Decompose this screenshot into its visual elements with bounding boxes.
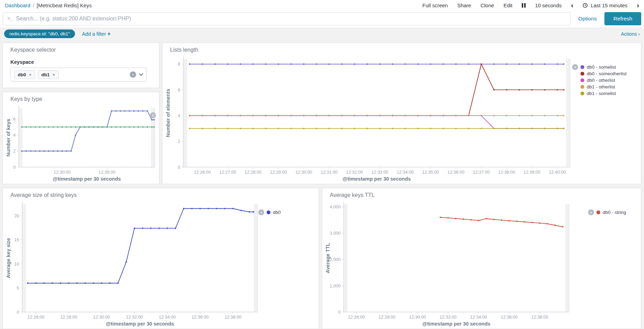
legend-color-dot bbox=[596, 210, 600, 214]
refresh-button[interactable]: Refresh bbox=[604, 12, 641, 25]
svg-text:12:38:00: 12:38:00 bbox=[498, 170, 515, 175]
legend-expand-icon[interactable]: ‹ bbox=[150, 112, 156, 118]
chart-legend: ›db0 - string bbox=[588, 201, 639, 328]
options-link[interactable]: Options bbox=[571, 16, 604, 22]
svg-text:2: 2 bbox=[178, 139, 180, 144]
svg-text:@timestamp per 30 seconds: @timestamp per 30 seconds bbox=[422, 321, 490, 327]
time-range-label[interactable]: Last 15 minutes bbox=[591, 2, 627, 8]
legend-label: db0 - someotherlist bbox=[587, 71, 627, 76]
legend-label: db1 - somelist bbox=[587, 91, 616, 96]
svg-text:12:30:00: 12:30:00 bbox=[409, 315, 426, 320]
filter-pill[interactable]: redis.keyspace.id: "db0, db1" bbox=[4, 29, 75, 38]
chart-avg-keys-ttl[interactable]: 01,0002,0003,0004,00012:26:0012:28:0012:… bbox=[324, 201, 588, 328]
svg-text:12:26:00: 12:26:00 bbox=[194, 170, 211, 175]
clone-button[interactable]: Clone bbox=[480, 2, 494, 8]
actions-button[interactable]: Actions › bbox=[621, 31, 640, 37]
svg-text:3,000: 3,000 bbox=[330, 231, 341, 236]
svg-text:12:37:00: 12:37:00 bbox=[473, 170, 490, 175]
keyspace-tag-db0[interactable]: db0× bbox=[14, 70, 35, 79]
chart-avg-string-size[interactable]: 0510152012:26:0012:28:0012:30:0012:32:00… bbox=[5, 201, 258, 328]
panel-avg-string-size: Average size of string keys 0510152012:2… bbox=[2, 188, 319, 329]
svg-text:12:35:00: 12:35:00 bbox=[422, 170, 439, 175]
circle-x-icon[interactable]: × bbox=[130, 71, 136, 78]
keyspace-combobox[interactable]: db0× db1× × bbox=[10, 68, 147, 81]
svg-text:12:38:00: 12:38:00 bbox=[225, 315, 242, 320]
breadcrumb-dashboard-link[interactable]: Dashboard bbox=[5, 2, 30, 8]
time-range-picker[interactable]: Last 15 minutes bbox=[583, 2, 627, 8]
legend-color-dot bbox=[580, 65, 584, 69]
legend-item[interactable]: db1 - otherlist bbox=[580, 84, 639, 90]
svg-text:1,000: 1,000 bbox=[330, 284, 341, 288]
search-box[interactable]: >_ bbox=[3, 12, 571, 25]
svg-text:12:28:00: 12:28:00 bbox=[245, 170, 262, 175]
svg-text:12:26:00: 12:26:00 bbox=[27, 315, 44, 320]
svg-text:12:28:00: 12:28:00 bbox=[378, 315, 395, 320]
chart-lists-length[interactable]: 0246812:26:0012:27:0012:28:0012:29:0012:… bbox=[165, 55, 572, 183]
svg-text:12:32:00: 12:32:00 bbox=[126, 315, 143, 320]
svg-text:12:33:00: 12:33:00 bbox=[371, 170, 388, 175]
panel-title: Keys by type bbox=[3, 92, 159, 102]
legend-item[interactable]: ›db0 bbox=[258, 209, 317, 216]
time-back-icon[interactable]: ‹ bbox=[571, 3, 574, 8]
add-filter-button[interactable]: Add a filter + bbox=[82, 31, 111, 37]
legend-collapse-icon[interactable]: › bbox=[258, 209, 264, 215]
legend-item[interactable]: ›db0 - string bbox=[588, 209, 639, 216]
chart-keys-by-type[interactable]: 024612:30:0012:35:00@timestamp per 30 se… bbox=[5, 105, 157, 183]
svg-text:12:34:00: 12:34:00 bbox=[159, 315, 176, 320]
svg-text:@timestamp per 30 seconds: @timestamp per 30 seconds bbox=[343, 176, 411, 182]
full-screen-button[interactable]: Full screen bbox=[423, 2, 448, 8]
remove-tag-icon[interactable]: × bbox=[52, 72, 55, 77]
svg-text:0: 0 bbox=[13, 165, 16, 170]
search-input[interactable] bbox=[16, 16, 566, 22]
legend-item[interactable]: db1 - somelist bbox=[580, 90, 639, 97]
svg-text:12:26:00: 12:26:00 bbox=[348, 315, 365, 320]
keyspace-tag-db1[interactable]: db1× bbox=[38, 70, 59, 79]
panel-title: Average keys TTL bbox=[322, 188, 641, 198]
edit-button[interactable]: Edit bbox=[503, 2, 512, 8]
refresh-interval-button[interactable]: 10 seconds bbox=[535, 2, 562, 8]
legend-color-dot bbox=[580, 72, 584, 76]
top-nav-bar: Dashboard / [Metricbeat Redis] Keys Full… bbox=[0, 0, 644, 10]
breadcrumb-separator: / bbox=[33, 2, 34, 8]
svg-text:4,000: 4,000 bbox=[330, 205, 341, 209]
svg-text:15: 15 bbox=[14, 237, 19, 242]
svg-text:12:40:00: 12:40:00 bbox=[549, 170, 566, 175]
panel-keys-by-type: Keys by type 024612:30:0012:35:00@timest… bbox=[2, 92, 159, 184]
top-nav-menu: Full screen Share Clone Edit 10 seconds … bbox=[423, 2, 639, 8]
legend-color-dot bbox=[580, 92, 584, 95]
svg-text:12:34:00: 12:34:00 bbox=[470, 315, 487, 320]
share-button[interactable]: Share bbox=[457, 2, 471, 8]
svg-text:Number of elements: Number of elements bbox=[165, 89, 171, 137]
svg-text:8: 8 bbox=[178, 62, 180, 67]
svg-text:Number of keys: Number of keys bbox=[6, 119, 11, 157]
panel-title: Lists length bbox=[162, 43, 641, 53]
legend-label: db0 - somelist bbox=[587, 64, 616, 70]
legend-label: db0 - otherlist bbox=[587, 78, 615, 83]
clock-icon bbox=[583, 3, 588, 8]
svg-text:0: 0 bbox=[338, 310, 341, 315]
legend-collapse-icon[interactable]: › bbox=[588, 209, 594, 215]
svg-text:12:30:00: 12:30:00 bbox=[295, 170, 312, 175]
svg-text:12:36:00: 12:36:00 bbox=[501, 315, 518, 320]
legend-item[interactable]: db0 - someotherlist bbox=[580, 70, 639, 77]
svg-text:@timestamp per 30 seconds: @timestamp per 30 seconds bbox=[53, 176, 121, 182]
svg-text:0: 0 bbox=[17, 310, 19, 315]
legend-color-dot bbox=[580, 78, 584, 82]
panel-title: Average size of string keys bbox=[3, 188, 319, 198]
svg-text:12:30:00: 12:30:00 bbox=[93, 315, 110, 320]
legend-collapse-icon[interactable]: › bbox=[572, 64, 578, 70]
query-prompt-icon: >_ bbox=[7, 16, 12, 21]
legend-item[interactable]: db0 - otherlist bbox=[580, 77, 639, 84]
svg-text:Average TTL: Average TTL bbox=[325, 243, 331, 273]
legend-item[interactable]: ›db0 - somelist bbox=[572, 64, 639, 70]
svg-text:4: 4 bbox=[13, 133, 16, 138]
time-forward-icon[interactable]: › bbox=[637, 3, 639, 8]
svg-text:10: 10 bbox=[14, 262, 19, 267]
remove-tag-icon[interactable]: × bbox=[29, 72, 32, 77]
chevron-down-icon[interactable] bbox=[139, 71, 143, 76]
pause-icon[interactable] bbox=[522, 3, 526, 8]
search-row: >_ Options Refresh bbox=[0, 10, 644, 28]
svg-text:12:32:00: 12:32:00 bbox=[346, 170, 363, 175]
svg-text:12:38:00: 12:38:00 bbox=[531, 315, 548, 320]
svg-text:12:28:00: 12:28:00 bbox=[60, 315, 77, 320]
